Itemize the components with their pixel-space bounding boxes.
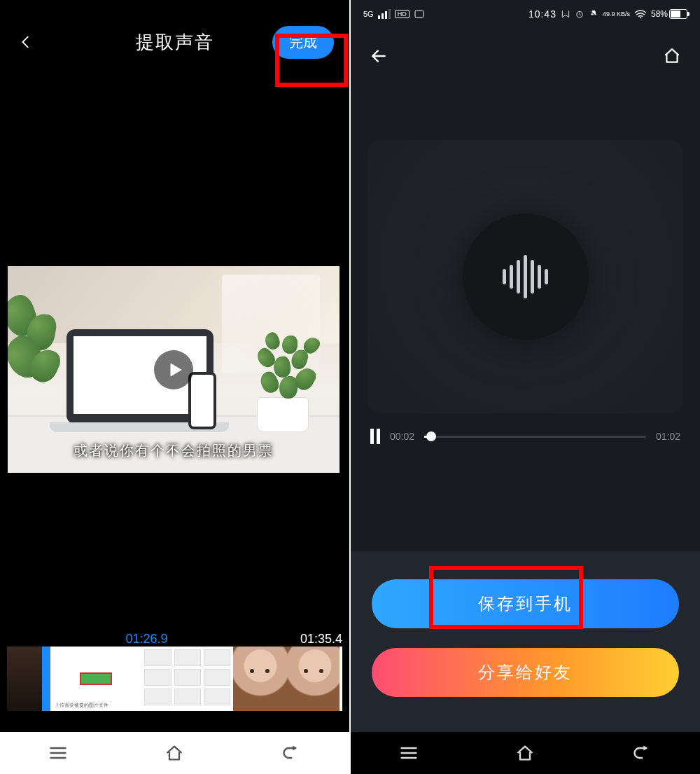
menu-icon <box>399 743 419 763</box>
svg-rect-4 <box>415 11 424 17</box>
timeline-filmstrip[interactable]: 上传需要修复的图片文件 <box>7 647 342 711</box>
arrow-left-icon <box>370 47 388 65</box>
nav-recent[interactable] <box>398 742 420 764</box>
save-to-phone-button[interactable]: 保存到手机 <box>372 579 679 628</box>
nfc-icon <box>561 9 570 19</box>
video-subtitle: 或者说你有个不会拍照的男票 <box>74 441 274 460</box>
nav-recent[interactable] <box>47 742 69 764</box>
home-icon <box>515 743 535 763</box>
nav-home[interactable] <box>163 742 186 764</box>
chevron-left-icon <box>18 34 34 50</box>
filmstrip-frame[interactable] <box>233 647 288 711</box>
system-nav-bar <box>0 732 349 774</box>
alarm-icon <box>575 9 584 19</box>
back-button[interactable] <box>368 45 390 67</box>
filmstrip-frame[interactable] <box>141 647 233 711</box>
screen-extract-audio: 提取声音 完成 <box>0 0 349 774</box>
total-time: 01:35.4 <box>300 632 342 647</box>
done-button[interactable]: 完成 <box>272 26 334 59</box>
svg-rect-1 <box>382 13 384 19</box>
home-button[interactable] <box>661 45 683 67</box>
battery-pct: 58% <box>651 9 668 19</box>
seek-bar[interactable] <box>424 436 646 438</box>
play-button[interactable] <box>154 350 193 389</box>
signal-icon <box>378 9 391 19</box>
nav-back[interactable] <box>280 742 302 764</box>
status-bar: 5G HD 10:43 49.9 KB/s 58% <box>351 0 700 28</box>
video-preview[interactable]: 或者说你有个不会拍照的男票 <box>8 266 340 473</box>
seek-thumb[interactable] <box>426 431 436 441</box>
pause-button[interactable] <box>370 429 380 444</box>
menu-icon <box>48 743 68 763</box>
audio-player: 00:02 01:02 <box>370 429 680 444</box>
system-nav-bar <box>351 732 700 774</box>
duration-time: 01:02 <box>656 431 680 442</box>
network-label: 5G <box>363 10 374 18</box>
home-icon <box>164 743 184 763</box>
content-area: 或者说你有个不会拍照的男票 - 01:26.9 01:35.4 上传需要修复的图… <box>0 84 349 732</box>
screen-audio-result: 5G HD 10:43 49.9 KB/s 58% <box>351 0 700 774</box>
filmstrip-caption: 上传需要修复的图片文件 <box>53 701 139 710</box>
home-icon <box>663 47 681 65</box>
header <box>351 28 700 84</box>
header: 提取声音 完成 <box>0 0 349 84</box>
svg-rect-2 <box>385 11 387 19</box>
svg-rect-3 <box>388 9 391 19</box>
timeline-timestamps: - 01:26.9 01:35.4 <box>0 632 349 647</box>
svg-point-7 <box>640 17 641 18</box>
nav-back[interactable] <box>631 742 653 764</box>
svg-rect-0 <box>378 15 380 19</box>
nav-home[interactable] <box>514 742 536 764</box>
back-icon <box>281 743 301 763</box>
elapsed-time: 00:02 <box>390 431 414 442</box>
content-area: 00:02 01:02 保存到手机 分享给好友 <box>351 84 700 732</box>
wifi-icon <box>634 9 647 19</box>
audio-visual-card <box>368 140 683 413</box>
hd-badge: HD <box>395 10 410 18</box>
trim-handle[interactable] <box>340 647 342 711</box>
filmstrip-frame[interactable] <box>288 647 342 711</box>
mute-icon <box>589 9 598 19</box>
filmstrip-frame[interactable] <box>7 647 50 711</box>
page-title: 提取声音 <box>136 30 214 55</box>
back-icon <box>632 743 652 763</box>
filmstrip-frame[interactable]: 上传需要修复的图片文件 <box>50 647 141 711</box>
battery-icon <box>669 9 687 19</box>
network-speed: 49.9 KB/s <box>603 11 630 18</box>
audio-waveform-icon <box>463 214 589 340</box>
share-to-friends-button[interactable]: 分享给好友 <box>372 648 679 697</box>
back-button[interactable] <box>15 32 36 53</box>
current-time: 01:26.9 <box>126 632 168 647</box>
play-icon <box>166 361 184 379</box>
action-panel: 保存到手机 分享给好友 <box>351 551 700 732</box>
status-time: 10:43 <box>528 8 556 20</box>
card-icon <box>414 8 425 20</box>
